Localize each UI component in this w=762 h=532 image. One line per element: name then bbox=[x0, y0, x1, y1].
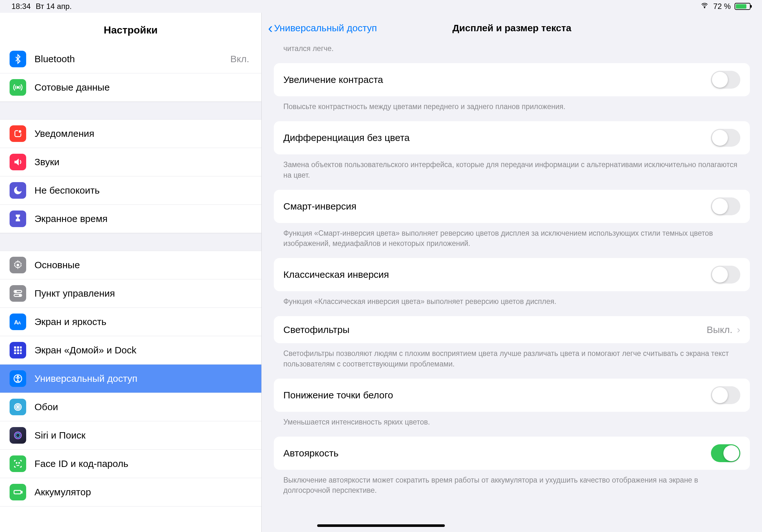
svg-rect-14 bbox=[14, 349, 16, 352]
svg-rect-19 bbox=[20, 353, 22, 354]
toggle-classic-invert[interactable] bbox=[711, 266, 740, 284]
svg-rect-17 bbox=[14, 353, 16, 354]
siri-icon bbox=[10, 427, 26, 444]
battery-icon bbox=[10, 484, 26, 500]
hourglass-icon bbox=[10, 211, 26, 227]
item-label: Пункт управления bbox=[35, 288, 252, 299]
svg-text:A: A bbox=[18, 320, 21, 325]
sidebar-item-dnd[interactable]: Не беспокоить bbox=[0, 176, 261, 205]
svg-point-24 bbox=[17, 406, 19, 408]
svg-rect-15 bbox=[17, 349, 19, 352]
svg-point-8 bbox=[20, 295, 21, 296]
sidebar-item-control-center[interactable]: Пункт управления bbox=[0, 279, 261, 308]
item-label: Уведомления bbox=[35, 128, 252, 139]
sidebar-item-bluetooth[interactable]: Bluetooth Вкл. bbox=[0, 45, 261, 73]
footer-text: Функция «Смарт-инверсия цвета» выполняет… bbox=[274, 223, 750, 258]
sidebar-item-display[interactable]: AA Экран и яркость bbox=[0, 308, 261, 336]
detail-panel: ‹ Универсальный доступ Дисплей и размер … bbox=[262, 13, 762, 532]
svg-rect-12 bbox=[17, 346, 19, 349]
row-contrast[interactable]: Увеличение контраста bbox=[274, 63, 750, 96]
row-label: Дифференциация без цвета bbox=[283, 132, 711, 143]
row-smart-invert[interactable]: Смарт-инверсия bbox=[274, 190, 750, 223]
battery-icon bbox=[734, 3, 750, 10]
sidebar-item-wallpaper[interactable]: Обои bbox=[0, 393, 261, 421]
back-button[interactable]: ‹ Универсальный доступ bbox=[268, 21, 377, 35]
home-indicator[interactable] bbox=[317, 524, 445, 527]
sidebar-item-general[interactable]: Основные bbox=[0, 251, 261, 279]
item-label: Не беспокоить bbox=[35, 185, 252, 196]
sidebar-item-notifications[interactable]: Уведомления bbox=[0, 120, 261, 148]
sounds-icon bbox=[10, 154, 26, 170]
row-label: Увеличение контраста bbox=[283, 74, 711, 85]
toggle-white-point[interactable] bbox=[711, 386, 740, 404]
footer-text: Уменьшается интенсивность ярких цветов. bbox=[274, 412, 750, 436]
svg-point-0 bbox=[704, 7, 705, 8]
svg-point-4 bbox=[17, 264, 19, 266]
row-white-point[interactable]: Понижение точки белого bbox=[274, 378, 750, 412]
toggle-smart-invert[interactable] bbox=[711, 197, 740, 215]
detail-title: Дисплей и размер текста bbox=[452, 23, 572, 33]
svg-point-3 bbox=[18, 130, 22, 133]
row-differentiate[interactable]: Дифференциация без цвета bbox=[274, 121, 750, 154]
item-label: Siri и Поиск bbox=[35, 430, 252, 441]
status-bar: 18:34 Вт 14 апр. 72 % bbox=[0, 0, 762, 13]
svg-point-21 bbox=[17, 376, 19, 377]
sidebar: Настройки Bluetooth Вкл. Сотовые данные … bbox=[0, 13, 262, 532]
grid-icon bbox=[10, 342, 26, 359]
switches-icon bbox=[10, 285, 26, 302]
sidebar-item-accessibility[interactable]: Универсальный доступ bbox=[0, 365, 261, 393]
wallpaper-icon bbox=[10, 399, 26, 415]
footer-text: Функция «Классическая инверсия цвета» вы… bbox=[274, 291, 750, 316]
status-time: 18:34 bbox=[12, 2, 31, 11]
detail-content[interactable]: читался легче. Увеличение контраста Повы… bbox=[262, 43, 762, 532]
footer-text: Замена объектов пользовательского интерф… bbox=[274, 154, 750, 189]
svg-rect-29 bbox=[14, 491, 21, 494]
notifications-icon bbox=[10, 125, 26, 142]
textsize-icon: AA bbox=[10, 313, 26, 330]
svg-point-1 bbox=[17, 87, 19, 88]
sidebar-item-siri[interactable]: Siri и Поиск bbox=[0, 421, 261, 450]
chevron-left-icon: ‹ bbox=[268, 21, 273, 35]
sidebar-item-battery[interactable]: Аккумулятор bbox=[0, 478, 261, 506]
sidebar-item-cellular[interactable]: Сотовые данные bbox=[0, 73, 261, 102]
svg-point-27 bbox=[16, 462, 17, 463]
item-value: Вкл. bbox=[230, 54, 249, 64]
item-label: Face ID и код-пароль bbox=[35, 458, 252, 469]
item-label: Звуки bbox=[35, 157, 252, 167]
item-label: Обои bbox=[35, 402, 252, 412]
sidebar-item-faceid[interactable]: Face ID и код-пароль bbox=[0, 450, 261, 478]
sidebar-item-screentime[interactable]: Экранное время bbox=[0, 205, 261, 233]
toggle-contrast[interactable] bbox=[711, 71, 740, 89]
toggle-differentiate[interactable] bbox=[711, 129, 740, 147]
chevron-right-icon: › bbox=[737, 324, 740, 336]
svg-rect-11 bbox=[14, 346, 16, 349]
sidebar-list[interactable]: Bluetooth Вкл. Сотовые данные Уведомлени… bbox=[0, 45, 261, 532]
row-auto-brightness[interactable]: Автояркость bbox=[274, 436, 750, 470]
footer-text: Повысьте контрастность между цветами пер… bbox=[274, 96, 750, 121]
item-label: Bluetooth bbox=[35, 54, 230, 64]
row-color-filters[interactable]: Светофильтры Выкл. › bbox=[274, 316, 750, 343]
item-label: Основные bbox=[35, 260, 252, 270]
row-label: Светофильтры bbox=[283, 324, 707, 335]
svg-rect-18 bbox=[17, 353, 19, 354]
svg-point-26 bbox=[16, 433, 20, 437]
sidebar-item-home[interactable]: Экран «Домой» и Dock bbox=[0, 336, 261, 365]
row-label: Смарт-инверсия bbox=[283, 201, 711, 212]
row-label: Понижение точки белого bbox=[283, 390, 711, 401]
item-label: Универсальный доступ bbox=[35, 373, 252, 384]
item-label: Экран и яркость bbox=[35, 316, 252, 327]
back-label: Универсальный доступ bbox=[274, 23, 377, 33]
svg-point-28 bbox=[19, 462, 20, 463]
sidebar-item-sounds[interactable]: Звуки bbox=[0, 148, 261, 176]
row-classic-invert[interactable]: Классическая инверсия bbox=[274, 258, 750, 291]
sidebar-title: Настройки bbox=[0, 13, 261, 45]
bluetooth-icon bbox=[10, 51, 26, 67]
detail-header: ‹ Универсальный доступ Дисплей и размер … bbox=[262, 13, 762, 43]
row-value: Выкл. bbox=[707, 324, 732, 335]
toggle-auto-brightness[interactable] bbox=[711, 444, 740, 462]
battery-percent: 72 % bbox=[713, 2, 731, 11]
item-label: Экран «Домой» и Dock bbox=[35, 345, 252, 356]
accessibility-icon bbox=[10, 370, 26, 387]
footer-text: Светофильтры позволяют людям с плохим во… bbox=[274, 343, 750, 378]
row-label: Автояркость bbox=[283, 448, 711, 459]
